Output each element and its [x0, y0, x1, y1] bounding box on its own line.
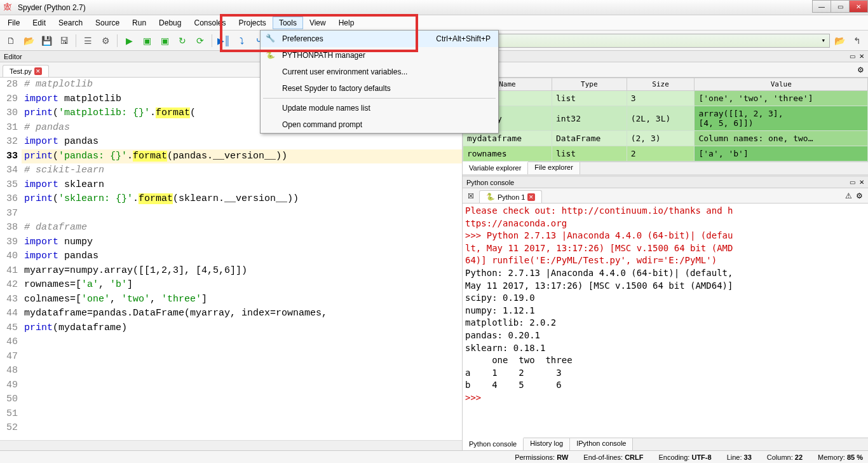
step-over-icon[interactable]: ⤵ — [233, 32, 250, 49]
console-bottom-tabs: Python consoleHistory logIPython console — [463, 438, 868, 450]
warn-icon[interactable]: ⚠ — [845, 191, 852, 200]
run-icon[interactable]: ▶ — [121, 32, 137, 49]
save-icon[interactable]: 💾 — [38, 32, 55, 49]
varexp-header: explorer ▭ ✕ — [463, 51, 868, 62]
app-title: Spyder (Python 2.7) — [18, 3, 86, 12]
editor-tab[interactable]: Test.py ✕ — [3, 65, 49, 77]
console-title: Python console — [466, 179, 514, 186]
table-row[interactable]: myarrayint32(2L, 3L)array([[1, 2, 3], [4… — [463, 106, 868, 131]
run-selection-icon[interactable]: ↻ — [174, 32, 191, 49]
menu-help[interactable]: Help — [332, 17, 361, 29]
window-controls: — ▭ ✕ — [813, 0, 868, 13]
console-tab[interactable]: 🐍 Python 1 ✕ — [479, 190, 542, 203]
menu-item[interactable]: Reset Spyder to factory defaults — [261, 80, 498, 97]
console-tabs: ☒ 🐍 Python 1 ✕ ⚠⚙ — [463, 188, 868, 204]
menu-consoles[interactable]: Consoles — [187, 17, 232, 29]
parent-dir-icon[interactable]: ↰ — [849, 32, 865, 49]
settings-icon[interactable]: ⚙ — [97, 32, 114, 49]
run-cell-icon[interactable]: ▣ — [139, 32, 155, 49]
menubar: FileEditSearchSourceRunDebugConsolesProj… — [0, 15, 868, 31]
menu-item[interactable]: Update module names list — [261, 100, 498, 116]
console-output[interactable]: Please check out: http://continuum.io/th… — [463, 204, 868, 438]
table-row[interactable]: rownameslist2['a', 'b'] — [463, 146, 868, 162]
undock-icon[interactable]: ▭ — [850, 53, 855, 60]
editor-title: Editor — [4, 53, 22, 60]
undock-icon[interactable]: ▭ — [850, 179, 855, 186]
menu-run[interactable]: Run — [126, 17, 153, 29]
variable-explorer-panel: explorer ▭ ✕ ⬇ 💾 🖫 ⚙ NameTypeSizeValueam… — [463, 51, 868, 174]
save-all-icon[interactable]: 🖫 — [56, 32, 72, 49]
options-icon[interactable]: ⚙ — [856, 191, 863, 200]
menu-view[interactable]: View — [303, 17, 332, 29]
menu-item[interactable]: Current user environment variables... — [261, 64, 498, 80]
tab[interactable]: Python console — [463, 438, 524, 450]
close-pane-icon[interactable]: ✕ — [859, 179, 864, 186]
options-icon[interactable]: ⚙ — [857, 66, 864, 74]
close-pane-icon[interactable]: ✕ — [859, 53, 864, 60]
console-header: Python console ▭ ✕ — [463, 177, 868, 188]
table-row[interactable]: mydataframeDataFrame(2, 3)Column names: … — [463, 131, 868, 146]
tab[interactable]: IPython console — [570, 438, 633, 450]
tab[interactable]: File explorer — [528, 162, 580, 174]
tab-label: Test.py — [10, 67, 32, 75]
titlebar: 🕸 Spyder (Python 2.7) — ▭ ✕ — [0, 0, 868, 15]
close-button[interactable]: ✕ — [849, 0, 868, 13]
open-file-icon[interactable]: 📂 — [20, 32, 37, 49]
statusbar: Permissions: RW End-of-lines: CRLF Encod… — [0, 450, 868, 463]
tab[interactable]: Variable explorer — [463, 162, 528, 174]
menu-debug[interactable]: Debug — [153, 17, 187, 29]
console-tab-label: Python 1 — [498, 193, 525, 201]
menu-edit[interactable]: Edit — [26, 17, 52, 29]
varexp-tabs: Variable explorerFile explorer — [463, 162, 868, 174]
right-pane: explorer ▭ ✕ ⬇ 💾 🖫 ⚙ NameTypeSizeValueam… — [463, 51, 868, 450]
app-icon: 🕸 — [4, 3, 14, 13]
menu-item[interactable]: 🔧PreferencesCtrl+Alt+Shift+P — [261, 31, 498, 47]
minimize-button[interactable]: — — [812, 0, 831, 13]
rerun-icon[interactable]: ⟳ — [192, 32, 208, 49]
list-icon[interactable]: ☰ — [79, 32, 96, 49]
menu-item[interactable]: 🐍PYTHONPATH manager — [261, 47, 498, 64]
console-panel: Python console ▭ ✕ ☒ 🐍 Python 1 ✕ ⚠⚙ Ple… — [463, 177, 868, 450]
new-file-icon[interactable]: 🗋 — [3, 32, 19, 49]
kill-icon[interactable]: ☒ — [465, 190, 477, 203]
h-scrollbar[interactable] — [0, 440, 462, 450]
close-tab-icon[interactable]: ✕ — [527, 193, 535, 201]
close-tab-icon[interactable]: ✕ — [34, 67, 42, 75]
menu-item[interactable]: Open command prompt — [261, 116, 498, 133]
run-cell-advance-icon[interactable]: ▣ — [156, 32, 173, 49]
menu-source[interactable]: Source — [89, 17, 126, 29]
varexp-toolbar: ⬇ 💾 🖫 ⚙ — [463, 62, 868, 78]
menu-projects[interactable]: Projects — [233, 17, 273, 29]
table-row[interactable]: ameslist3['one', 'two', 'three'] — [463, 91, 868, 106]
tools-menu: 🔧PreferencesCtrl+Alt+Shift+P🐍PYTHONPATH … — [260, 30, 499, 134]
tab[interactable]: History log — [524, 438, 570, 450]
menu-search[interactable]: Search — [52, 17, 89, 29]
menu-tools[interactable]: Tools — [273, 17, 303, 29]
maximize-button[interactable]: ▭ — [831, 0, 850, 13]
browse-dir-icon[interactable]: 📂 — [831, 32, 848, 49]
variable-table[interactable]: NameTypeSizeValueameslist3['one', 'two',… — [463, 78, 868, 162]
menu-file[interactable]: File — [1, 17, 26, 29]
debug-icon[interactable]: ▶║ — [215, 32, 232, 49]
